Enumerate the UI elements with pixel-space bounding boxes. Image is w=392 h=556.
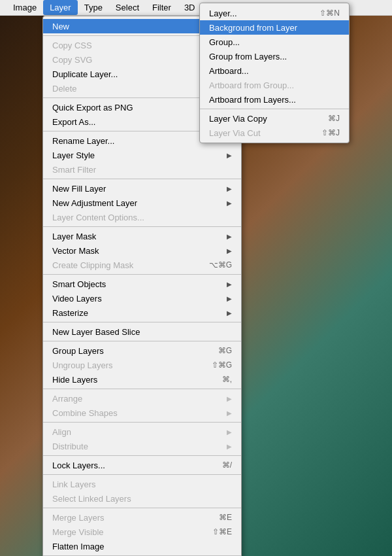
separator-11: [43, 455, 241, 456]
separator-7: [43, 322, 241, 322]
menu-item-create-clipping-mask[interactable]: Create Clipping Mask ⌥⌘G: [43, 258, 241, 272]
menu-item-merge-layers[interactable]: Merge Layers ⌘E: [43, 510, 241, 525]
new-submenu-item-artboard-from-layers[interactable]: Artboard from Layers...: [200, 92, 349, 107]
menu-item-vector-mask[interactable]: Vector Mask ▶: [43, 243, 241, 258]
new-submenu-separator-1: [200, 109, 349, 109]
menubar-item-type[interactable]: Type: [78, 0, 109, 15]
new-submenu-item-layer-via-copy[interactable]: Layer Via Copy ⌘J: [200, 111, 349, 126]
new-submenu: Layer... ⇧⌘N Background from Layer Group…: [199, 3, 350, 143]
menu-item-merge-visible[interactable]: Merge Visible ⇧⌘E: [43, 525, 241, 539]
menu-item-layer-mask[interactable]: Layer Mask ▶: [43, 229, 241, 243]
menu-item-smart-objects[interactable]: Smart Objects ▶: [43, 277, 241, 291]
new-submenu-item-layer-via-cut[interactable]: Layer Via Cut ⇧⌘J: [200, 126, 349, 140]
menu-item-arrange[interactable]: Arrange ▶: [43, 391, 241, 406]
separator-6: [43, 274, 241, 275]
new-submenu-item-group[interactable]: Group...: [200, 35, 349, 49]
menu-item-new-adjustment-layer[interactable]: New Adjustment Layer ▶: [43, 196, 241, 210]
separator-5: [43, 226, 241, 227]
menu-item-hide-layers[interactable]: Hide Layers ⌘,: [43, 372, 241, 387]
menubar-item-3d[interactable]: 3D: [178, 0, 202, 15]
menu-item-new-layer-based-slice[interactable]: New Layer Based Slice: [43, 324, 241, 339]
menubar-item-image[interactable]: Image: [7, 0, 43, 15]
new-submenu-item-background-from-layer[interactable]: Background from Layer: [200, 20, 349, 35]
menu-item-layer-style[interactable]: Layer Style ▶: [43, 148, 241, 162]
separator-13: [43, 508, 241, 508]
menu-item-link-layers[interactable]: Link Layers: [43, 477, 241, 491]
separator-8: [43, 341, 241, 341]
new-submenu-item-artboard[interactable]: Artboard...: [200, 63, 349, 78]
menu-item-group-layers[interactable]: Group Layers ⌘G: [43, 343, 241, 358]
menubar-item-select[interactable]: Select: [109, 0, 146, 15]
menu-item-distribute[interactable]: Distribute ▶: [43, 439, 241, 453]
separator-12: [43, 474, 241, 475]
separator-9: [43, 389, 241, 389]
new-submenu-item-group-from-layers[interactable]: Group from Layers...: [200, 49, 349, 63]
menu-item-smart-filter[interactable]: Smart Filter: [43, 162, 241, 177]
menu-item-layer-content-options[interactable]: Layer Content Options...: [43, 210, 241, 224]
new-submenu-item-artboard-from-group[interactable]: Artboard from Group...: [200, 78, 349, 92]
menu-item-new-label: New: [52, 22, 223, 31]
menubar-item-filter[interactable]: Filter: [146, 0, 178, 15]
menu-item-combine-shapes[interactable]: Combine Shapes ▶: [43, 406, 241, 420]
menu-item-lock-layers[interactable]: Lock Layers... ⌘/: [43, 458, 241, 472]
menu-item-ungroup-layers[interactable]: Ungroup Layers ⇧⌘G: [43, 358, 241, 372]
menu-item-rasterize[interactable]: Rasterize ▶: [43, 305, 241, 320]
separator-10: [43, 422, 241, 423]
menu-item-align[interactable]: Align ▶: [43, 425, 241, 439]
menu-item-select-linked-layers[interactable]: Select Linked Layers: [43, 491, 241, 506]
separator-4: [43, 179, 241, 179]
new-submenu-item-layer[interactable]: Layer... ⇧⌘N: [200, 6, 349, 20]
menu-item-flatten-image[interactable]: Flatten Image: [43, 539, 241, 553]
menubar-item-layer[interactable]: Layer: [43, 0, 78, 15]
menu-item-video-layers[interactable]: Video Layers ▶: [43, 291, 241, 305]
menu-item-new-fill-layer[interactable]: New Fill Layer ▶: [43, 181, 241, 196]
